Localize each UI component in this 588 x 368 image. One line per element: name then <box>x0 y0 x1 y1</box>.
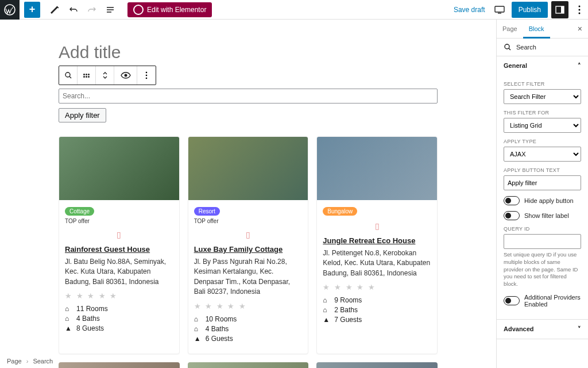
query-id-label: QUERY ID <box>504 226 581 232</box>
bookmark-icon[interactable]: ▯ <box>323 221 431 231</box>
filter-for-label: THIS FILTER FOR <box>504 110 581 116</box>
tab-block[interactable]: Block <box>523 20 550 39</box>
panel-general-header[interactable]: General ˄ <box>497 56 588 75</box>
page-title-input[interactable]: Add title <box>59 43 438 62</box>
listing-image <box>59 137 179 200</box>
panel-advanced-header[interactable]: Advanced ˅ <box>497 320 588 339</box>
hide-apply-toggle[interactable] <box>504 196 520 205</box>
preview-button[interactable] <box>491 1 508 18</box>
apply-filter-button[interactable]: Apply filter <box>59 108 106 122</box>
block-toolbar <box>59 66 156 85</box>
home-icon: ⌂ <box>65 305 72 313</box>
person-icon: ▲ <box>194 335 201 343</box>
guests-value: 6 Guests <box>206 335 233 343</box>
listing-title[interactable]: Rainforest Guest House <box>65 245 173 254</box>
block-preview-toggle[interactable] <box>114 66 137 85</box>
additional-providers-toggle[interactable] <box>504 296 520 305</box>
wordpress-logo[interactable] <box>0 0 20 20</box>
rooms-value: 11 Rooms <box>76 305 108 313</box>
guests-value: 7 Guests <box>334 316 362 324</box>
svg-point-10 <box>146 75 148 76</box>
feature-guests: ▲7 Guests <box>323 316 431 324</box>
show-filter-label-text: Show filter label <box>524 212 569 219</box>
edit-elementor-button[interactable]: Edit with Elementor <box>127 2 212 17</box>
add-block-button[interactable]: + <box>24 2 40 18</box>
apply-button-text-input[interactable] <box>504 175 581 190</box>
top-offer-label: TOP offer <box>194 218 303 224</box>
baths-value: 4 Baths <box>206 325 229 333</box>
breadcrumb-root[interactable]: Page <box>7 358 22 365</box>
rating-stars: ★ ★ ★ ★ ★ <box>194 302 303 310</box>
hide-apply-label: Hide apply button <box>524 197 574 204</box>
svg-rect-1 <box>495 6 504 12</box>
listing-grid: Cottage TOP offer ▯ Rainforest Guest Hou… <box>59 136 438 354</box>
listing-image <box>188 137 308 200</box>
svg-point-9 <box>146 72 148 74</box>
document-overview-icon[interactable] <box>102 2 118 18</box>
chevron-up-icon: ˄ <box>578 62 581 70</box>
block-name-label: Search <box>516 44 536 51</box>
tab-page[interactable]: Page <box>497 20 523 38</box>
home-icon: ⌂ <box>194 325 201 333</box>
show-filter-label-toggle[interactable] <box>504 211 520 220</box>
home-icon: ⌂ <box>323 306 330 314</box>
listing-title[interactable]: Luxe Bay Family Cottage <box>194 245 303 254</box>
home-icon: ⌂ <box>194 315 201 323</box>
svg-point-4 <box>579 5 581 7</box>
listing-grid-row-2 <box>59 362 438 368</box>
undo-icon[interactable] <box>65 2 82 18</box>
bookmark-icon[interactable]: ▯ <box>194 230 303 239</box>
elementor-label: Edit with Elementor <box>147 6 206 14</box>
sidebar-block-header: Search <box>497 39 588 56</box>
rating-stars: ★ ★ ★ ★ ★ <box>65 292 173 300</box>
top-offer-label: TOP offer <box>65 218 173 224</box>
listing-address: Jl. Batu Belig No.88A, Seminyak, Kec. Ku… <box>65 257 173 287</box>
block-move-updown[interactable] <box>96 66 114 85</box>
block-type-icon[interactable] <box>59 66 78 85</box>
drag-icon <box>83 74 90 78</box>
preview-icon <box>494 6 505 14</box>
listing-card: Resort TOP offer ▯ Luxe Bay Family Cotta… <box>188 136 309 354</box>
feature-baths: ⌂2 Baths <box>323 306 431 314</box>
svg-point-12 <box>505 44 509 49</box>
search-input[interactable] <box>59 89 438 103</box>
category-badge: Resort <box>194 207 220 216</box>
feature-rooms: ⌂10 Rooms <box>194 315 303 323</box>
svg-point-8 <box>124 74 127 77</box>
filter-for-dropdown[interactable]: Listing Grid <box>504 118 581 133</box>
category-badge: Bungalow <box>323 207 357 216</box>
close-sidebar-button[interactable]: × <box>572 20 588 38</box>
chevron-right-icon: › <box>26 358 29 365</box>
redo-icon[interactable] <box>84 2 100 18</box>
block-drag-handle[interactable] <box>78 66 96 85</box>
editor-toolbar: + Edit with Elementor Save draft Publish <box>0 0 588 20</box>
breadcrumb-current[interactable]: Search <box>33 358 53 365</box>
options-menu[interactable] <box>571 1 588 18</box>
sidebar-tabs: Page Block × <box>497 20 588 39</box>
tools-icon[interactable] <box>47 2 63 18</box>
select-filter-dropdown[interactable]: Search Filter <box>504 89 581 104</box>
settings-sidebar-toggle[interactable] <box>551 1 568 18</box>
apply-type-dropdown[interactable]: AJAX <box>504 147 581 162</box>
save-draft-link[interactable]: Save draft <box>448 6 491 14</box>
svg-point-7 <box>65 72 70 77</box>
listing-address: Jl. By Pass Ngurah Rai No.28, Kesiman Ke… <box>194 257 303 297</box>
chevron-down-icon: ˅ <box>578 325 581 333</box>
block-options[interactable] <box>137 66 156 85</box>
wordpress-icon <box>4 4 16 16</box>
kebab-icon <box>145 71 148 79</box>
listing-image <box>188 362 309 368</box>
listing-title[interactable]: Jungle Retreat Eco House <box>323 236 431 245</box>
listing-address: Jl. Petitenget No.8, Kerobokan Kelod, Ke… <box>323 248 431 278</box>
svg-rect-3 <box>561 6 564 13</box>
search-block-icon <box>502 42 513 52</box>
kebab-icon <box>578 5 581 14</box>
query-id-input[interactable] <box>504 234 581 249</box>
bookmark-icon[interactable]: ▯ <box>65 230 173 239</box>
rating-stars: ★ ★ ★ ★ ★ <box>323 283 431 292</box>
rooms-value: 9 Rooms <box>334 296 362 304</box>
panel-title: Advanced <box>504 325 534 333</box>
publish-button[interactable]: Publish <box>512 2 548 18</box>
feature-baths: ⌂4 Baths <box>194 325 303 333</box>
editor-canvas[interactable]: Add title Apply filter Cottage <box>0 20 496 368</box>
